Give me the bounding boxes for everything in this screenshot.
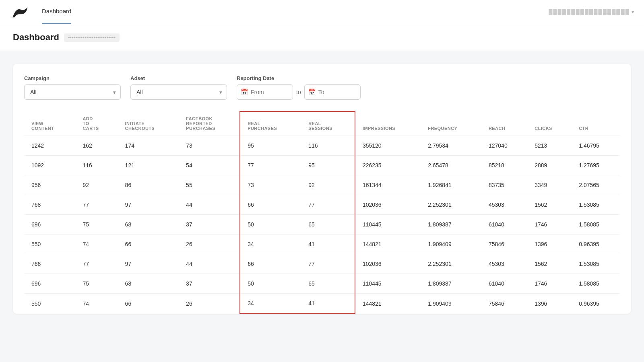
td-real_purchases: 34 xyxy=(240,234,301,254)
navbar: Dashboard ██████████████████ ▾ xyxy=(0,0,644,24)
td-fb_reported_purchases: 37 xyxy=(179,215,240,234)
page-header: Dashboard •••••••••••••••••••••••••• xyxy=(0,24,644,51)
td-reach: 85218 xyxy=(481,156,527,175)
td-real_sessions: 77 xyxy=(301,254,355,274)
td-add_to_carts: 77 xyxy=(75,195,118,215)
date-inputs: 📅 to 📅 xyxy=(237,84,361,100)
td-real_sessions: 95 xyxy=(301,156,355,175)
td-view_content: 1092 xyxy=(24,156,75,175)
date-to-separator: to xyxy=(296,89,301,95)
td-clicks: 1746 xyxy=(527,274,572,294)
td-view_content: 1242 xyxy=(24,136,75,156)
td-impressions: 102036 xyxy=(355,254,421,274)
td-fb_reported_purchases: 44 xyxy=(179,254,240,274)
td-real_purchases: 73 xyxy=(240,175,301,195)
nav-links: Dashboard xyxy=(42,8,71,16)
td-clicks: 3349 xyxy=(527,175,572,195)
td-impressions: 110445 xyxy=(355,274,421,294)
td-reach: 127040 xyxy=(481,136,527,156)
to-date-wrapper: 📅 xyxy=(304,84,361,100)
td-real_sessions: 41 xyxy=(301,294,355,314)
th-fb-reported-purchases: FACEBOOKREPORTEDPURCHASES xyxy=(179,111,240,136)
td-real_sessions: 65 xyxy=(301,215,355,234)
adset-select-wrapper: All xyxy=(130,84,227,100)
td-fb_reported_purchases: 44 xyxy=(179,195,240,215)
td-fb_reported_purchases: 55 xyxy=(179,175,240,195)
td-impressions: 144821 xyxy=(355,234,421,254)
td-frequency: 1.926841 xyxy=(421,175,481,195)
table-row: 124216217473951163551202.795341270405213… xyxy=(24,136,620,156)
table-row: 55074662634411448211.9094097584613960.96… xyxy=(24,294,620,314)
td-impressions: 144821 xyxy=(355,294,421,314)
td-add_to_carts: 116 xyxy=(75,156,118,175)
td-add_to_carts: 75 xyxy=(75,274,118,294)
user-dropdown[interactable]: ██████████████████ ▾ xyxy=(549,9,634,15)
campaign-filter: Campaign All xyxy=(24,75,121,100)
table-row: 69675683750651104451.8093876104017461.58… xyxy=(24,215,620,234)
navbar-right: ██████████████████ ▾ xyxy=(549,9,634,15)
th-frequency: FREQUENCY xyxy=(421,111,481,136)
td-ctr: 0.96395 xyxy=(572,294,620,314)
td-initiate_checkouts: 86 xyxy=(118,175,179,195)
td-view_content: 956 xyxy=(24,175,75,195)
calendar-to-icon: 📅 xyxy=(308,88,316,96)
td-impressions: 226235 xyxy=(355,156,421,175)
td-real_sessions: 92 xyxy=(301,175,355,195)
td-add_to_carts: 74 xyxy=(75,294,118,314)
th-add-to-carts: ADDTOCARTS xyxy=(75,111,118,136)
user-label: ██████████████████ xyxy=(549,9,630,15)
main-content: Campaign All Adset All Reporting Dat xyxy=(0,51,644,327)
td-reach: 61040 xyxy=(481,274,527,294)
td-initiate_checkouts: 121 xyxy=(118,156,179,175)
table-row: 95692865573921613441.9268418373533492.07… xyxy=(24,175,620,195)
filter-card: Campaign All Adset All Reporting Dat xyxy=(13,64,631,314)
table-row: 10921161215477952262352.654788521828891.… xyxy=(24,156,620,175)
header-row: VIEWCONTENT ADDTOCARTS INITIATECHECKOUTS… xyxy=(24,111,620,136)
table-row: 76877974466771020362.2523014530315621.53… xyxy=(24,195,620,215)
nav-dashboard[interactable]: Dashboard xyxy=(42,8,71,16)
td-real_purchases: 34 xyxy=(240,294,301,314)
td-real_purchases: 50 xyxy=(240,215,301,234)
td-initiate_checkouts: 66 xyxy=(118,294,179,314)
table-row: 55074662634411448211.9094097584613960.96… xyxy=(24,234,620,254)
adset-filter: Adset All xyxy=(130,75,227,100)
td-reach: 45303 xyxy=(481,254,527,274)
campaign-label: Campaign xyxy=(24,75,121,81)
td-reach: 75846 xyxy=(481,234,527,254)
td-ctr: 1.27695 xyxy=(572,156,620,175)
table-container: VIEWCONTENT ADDTOCARTS INITIATECHECKOUTS… xyxy=(24,111,620,314)
td-view_content: 696 xyxy=(24,215,75,234)
date-filter: Reporting Date 📅 to 📅 xyxy=(237,75,361,100)
td-add_to_carts: 77 xyxy=(75,254,118,274)
td-frequency: 2.79534 xyxy=(421,136,481,156)
adset-select[interactable]: All xyxy=(130,84,227,100)
td-ctr: 1.58085 xyxy=(572,274,620,294)
td-ctr: 1.53085 xyxy=(572,254,620,274)
td-frequency: 1.809387 xyxy=(421,274,481,294)
td-fb_reported_purchases: 26 xyxy=(179,294,240,314)
td-ctr: 1.58085 xyxy=(572,215,620,234)
td-impressions: 110445 xyxy=(355,215,421,234)
td-frequency: 1.809387 xyxy=(421,215,481,234)
td-real_sessions: 41 xyxy=(301,234,355,254)
td-initiate_checkouts: 66 xyxy=(118,234,179,254)
campaign-select[interactable]: All xyxy=(24,84,121,100)
td-view_content: 550 xyxy=(24,294,75,314)
navbar-left: Dashboard xyxy=(10,5,71,19)
td-impressions: 161344 xyxy=(355,175,421,195)
td-real_sessions: 77 xyxy=(301,195,355,215)
td-fb_reported_purchases: 73 xyxy=(179,136,240,156)
table-body: 124216217473951163551202.795341270405213… xyxy=(24,136,620,314)
data-table: VIEWCONTENT ADDTOCARTS INITIATECHECKOUTS… xyxy=(24,111,620,314)
td-fb_reported_purchases: 26 xyxy=(179,234,240,254)
td-ctr: 1.46795 xyxy=(572,136,620,156)
td-reach: 45303 xyxy=(481,195,527,215)
td-initiate_checkouts: 97 xyxy=(118,254,179,274)
dropdown-icon: ▾ xyxy=(632,9,634,15)
th-real-purchases: REALPURCHASES xyxy=(240,111,301,136)
table-head: VIEWCONTENT ADDTOCARTS INITIATECHECKOUTS… xyxy=(24,111,620,136)
td-ctr: 2.07565 xyxy=(572,175,620,195)
td-frequency: 2.252301 xyxy=(421,195,481,215)
adset-label: Adset xyxy=(130,75,227,81)
td-clicks: 1396 xyxy=(527,234,572,254)
